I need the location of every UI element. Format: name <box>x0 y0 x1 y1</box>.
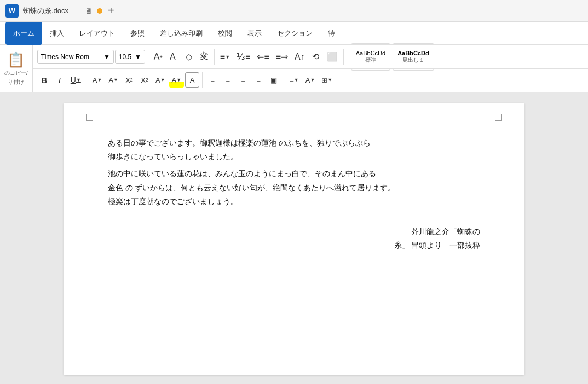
font-color-button[interactable]: A▼ <box>106 72 121 88</box>
font-size-dropdown-icon: ▼ <box>135 53 141 61</box>
char-border-button[interactable]: A <box>185 72 199 88</box>
ribbon-right: Times New Rom ▼ 10.5 ▼ A+ A- ◇ 変 ≡▼ ⅓≡ ⇐… <box>33 45 588 92</box>
style-normal-label: 標準 <box>365 56 376 64</box>
phonetic-button[interactable]: 変 <box>197 49 211 65</box>
styles-panel: AaBbCcDd 標準 AaBbCcDd 見出し１ <box>351 43 434 71</box>
align-justify-button[interactable]: ≡ <box>251 72 266 88</box>
paste-icon: 📋 <box>7 51 25 68</box>
style-heading1[interactable]: AaBbCcDd 見出し１ <box>393 43 434 71</box>
font-name-dropdown-icon: ▼ <box>103 53 110 61</box>
font-name-selector[interactable]: Times New Rom ▼ <box>37 50 114 64</box>
tab-mailmerge[interactable]: 差し込み印刷 <box>152 22 210 45</box>
superscript-button[interactable]: X2 <box>122 72 136 88</box>
align-center-button[interactable]: ≡ <box>221 72 235 88</box>
tab-special[interactable]: 特 <box>320 22 343 45</box>
sep1 <box>148 49 148 65</box>
clear-format-button[interactable]: ◇ <box>182 49 196 65</box>
subscript-button[interactable]: X2 <box>137 72 152 88</box>
para-5: 極楽は丁度朝なのでございましょう。 <box>108 195 480 208</box>
attribution-block: 芥川龍之介「蜘蛛の 糸」 冒頭より 一部抜粋 <box>108 225 480 252</box>
sep6 <box>284 72 284 88</box>
style-normal-preview: AaBbCcDd <box>356 50 385 56</box>
indent-left-button[interactable]: ⇐≡ <box>254 49 272 65</box>
document-page: ある日の事でございます。御釈迦様は極楽の蓮池 のふちを、独りでぶらぶら 御歩きに… <box>64 103 524 375</box>
tab-review[interactable]: 校閲 <box>210 22 240 45</box>
para-2: 御歩きになっていらっしゃいました。 <box>108 150 480 164</box>
sep3 <box>343 49 344 65</box>
paragraph-spacing-button[interactable]: ≡▼ <box>287 72 302 88</box>
toolbar-row2: B I U▼ A▼ A▼ X2 X2 A▼ A▼ A ≡ ≡ ≡ ≡ ▣ ≡▼ … <box>33 69 588 91</box>
monitor-icon: 🖥 <box>85 7 93 15</box>
document-text[interactable]: ある日の事でございます。御釈迦様は極楽の蓮池 のふちを、独りでぶらぶら 御歩きに… <box>108 136 480 208</box>
title-bar-controls: 🖥 <box>85 7 102 15</box>
font-size-selector[interactable]: 10.5 ▼ <box>115 50 145 64</box>
tab-section[interactable]: セクション <box>269 22 320 45</box>
sep5 <box>202 72 203 88</box>
text-direction-button[interactable]: A↑ <box>292 49 308 65</box>
border-button[interactable]: ⬜ <box>324 49 341 65</box>
ribbon: ホーム 挿入 レイアウト 参照 差し込み印刷 校閲 表示 セクション 特 📋 の… <box>0 22 588 92</box>
title-bar: W 蜘蛛の糸.docx 🖥 + <box>0 0 588 22</box>
ribbon-tab-bar: ホーム 挿入 レイアウト 参照 差し込み印刷 校閲 表示 セクション 特 <box>0 22 588 45</box>
text-box-button[interactable]: ▣ <box>267 72 281 88</box>
indent-right-button[interactable]: ≡⇒ <box>273 49 291 65</box>
sep4 <box>87 72 87 88</box>
sep2 <box>214 49 215 65</box>
add-tab-button[interactable]: + <box>108 4 114 17</box>
tab-reference[interactable]: 参照 <box>123 22 152 45</box>
attribution-line1: 芥川龍之介「蜘蛛の <box>108 225 480 238</box>
strikethrough-button[interactable]: A▼ <box>90 72 105 88</box>
attribution-line2: 糸」 冒頭より 一部抜粋 <box>108 238 480 252</box>
style-normal[interactable]: AaBbCcDd 標準 <box>351 43 390 71</box>
underline-button[interactable]: U▼ <box>68 72 84 88</box>
para-4: 金色 の ずいからは、何とも云えない好い匂が、絶間なくあたりへ溢れて居ります。 <box>108 181 480 195</box>
toolbar-row1: Times New Rom ▼ 10.5 ▼ A+ A- ◇ 変 ≡▼ ⅓≡ ⇐… <box>33 45 588 69</box>
ribbon-combined: 📋 のコピー/ り付け Times New Rom ▼ 10.5 ▼ A+ A- <box>0 45 588 92</box>
style-heading1-label: 見出し１ <box>402 56 424 64</box>
tab-layout[interactable]: レイアウト <box>72 22 123 45</box>
italic-button[interactable]: I <box>53 72 67 88</box>
bold-button[interactable]: B <box>37 72 51 88</box>
tab-view[interactable]: 表示 <box>240 22 269 45</box>
status-dot <box>97 8 102 14</box>
increase-font-button[interactable]: A+ <box>151 49 165 65</box>
app-icon: W <box>5 4 19 18</box>
document-title: 蜘蛛の糸.docx <box>23 6 68 16</box>
corner-mark-tl <box>86 114 93 121</box>
font-size-value: 10.5 <box>119 53 131 61</box>
list-button[interactable]: ⅓≡ <box>234 49 253 65</box>
shading-button[interactable]: A▼ <box>303 72 318 88</box>
align-right-button[interactable]: ≡ <box>236 72 250 88</box>
char-shading-button[interactable]: A▼ <box>153 72 168 88</box>
para-3: 池の中に咲いている蓮の花は、みんな玉のようにまっ白で、そのまん中にある <box>108 167 480 181</box>
rotate-button[interactable]: ⟲ <box>309 49 323 65</box>
copy-label: のコピー/ <box>4 69 28 77</box>
highlight-button[interactable]: A▼ <box>169 72 185 88</box>
font-name-value: Times New Rom <box>41 53 89 61</box>
para-1: ある日の事でございます。御釈迦様は極楽の蓮池 のふちを、独りでぶらぶら <box>108 136 480 150</box>
align-left-button[interactable]: ≡ <box>205 72 220 88</box>
style-heading1-preview: AaBbCcDd <box>397 50 429 56</box>
tab-home[interactable]: ホーム <box>5 22 42 45</box>
paste-panel[interactable]: 📋 のコピー/ り付け <box>0 45 33 92</box>
line-spacing-button[interactable]: ≡▼ <box>217 49 233 65</box>
tab-insert[interactable]: 挿入 <box>42 22 72 45</box>
corner-mark-tr <box>495 114 502 121</box>
document-area: ある日の事でございます。御釈迦様は極楽の蓮池 のふちを、独りでぶらぶら 御歩きに… <box>0 92 588 384</box>
border2-button[interactable]: ⊞▼ <box>319 72 335 88</box>
decrease-font-button[interactable]: A- <box>166 49 181 65</box>
paste-label: り付け <box>8 78 24 86</box>
